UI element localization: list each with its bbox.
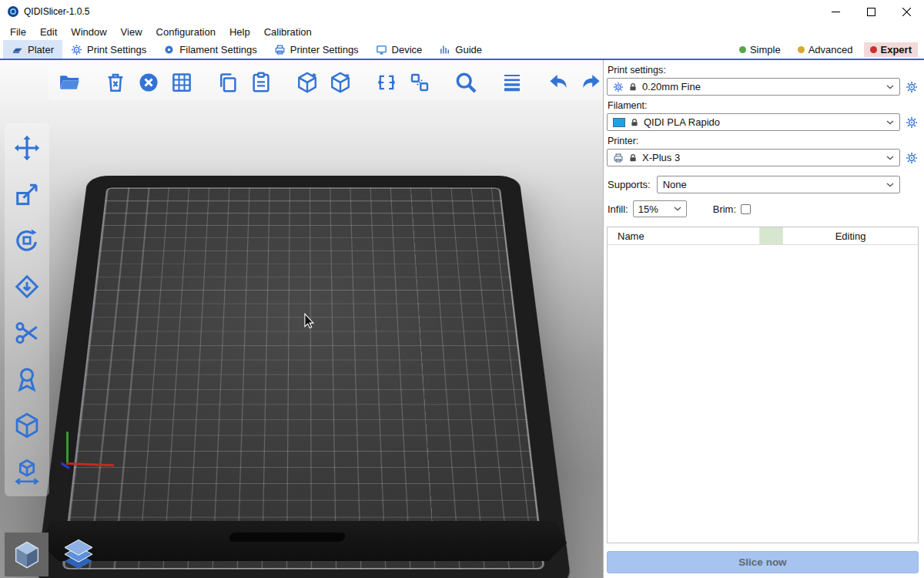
tab-guide-label: Guide <box>455 44 482 55</box>
tab-filament-settings-label: Filament Settings <box>179 44 256 55</box>
measure-tool-button[interactable] <box>10 455 44 489</box>
chevron-down-icon <box>886 120 894 125</box>
filament-color-swatch <box>613 118 625 127</box>
tab-printer-settings-label: Printer Settings <box>290 44 359 55</box>
column-editing[interactable]: Editing <box>783 227 918 244</box>
print-settings-combo[interactable]: 0.20mm Fine <box>607 78 900 96</box>
minimize-button[interactable] <box>818 0 853 23</box>
variable-layer-height-button[interactable] <box>498 69 526 96</box>
3d-viewport[interactable] <box>0 60 603 578</box>
menu-edit[interactable]: Edit <box>33 25 64 39</box>
paste-button[interactable] <box>247 69 275 96</box>
delete-button[interactable] <box>102 69 129 96</box>
mode-switcher: Simple Advanced Expert <box>733 40 924 59</box>
column-extruder[interactable] <box>760 227 783 244</box>
y-axis-line <box>66 432 69 462</box>
brim-label: Brim: <box>713 203 736 215</box>
chevron-down-icon <box>674 207 681 211</box>
redo-button[interactable] <box>578 69 603 96</box>
lock-icon <box>628 82 638 92</box>
remove-instance-button[interactable] <box>326 69 354 96</box>
open-file-button[interactable] <box>55 69 83 96</box>
menu-calibration[interactable]: Calibration <box>257 25 319 39</box>
filament-combo[interactable]: QIDI PLA Rapido <box>607 113 900 131</box>
close-button[interactable] <box>889 0 924 23</box>
tab-printer-settings[interactable]: Printer Settings <box>266 40 367 59</box>
tab-print-settings[interactable]: Print Settings <box>62 40 155 59</box>
menu-view[interactable]: View <box>114 25 149 39</box>
menu-help[interactable]: Help <box>223 25 257 39</box>
tabbar: Plater Print Settings Filament Settings … <box>0 40 924 59</box>
menubar: File Edit Window View Configuration Help… <box>0 23 924 40</box>
slice-now-button[interactable]: Slice now <box>607 551 919 573</box>
arrange-button[interactable] <box>168 69 196 96</box>
tab-plater[interactable]: Plater <box>3 40 62 59</box>
mode-simple[interactable]: Simple <box>733 42 787 57</box>
filament-label: Filament: <box>608 100 919 111</box>
base-handle-slot <box>229 533 346 542</box>
left-toolbar <box>5 123 49 496</box>
preview-view-toggle[interactable] <box>56 533 100 576</box>
print-settings-value: 0.20mm Fine <box>642 81 701 92</box>
tab-device[interactable]: Device <box>367 40 431 59</box>
printer-combo[interactable]: X-Plus 3 <box>607 149 900 166</box>
object-list-body[interactable] <box>608 245 918 543</box>
split-to-objects-button[interactable] <box>373 69 400 96</box>
add-instance-button[interactable] <box>293 69 321 96</box>
column-name[interactable]: Name <box>608 227 760 244</box>
tab-plater-label: Plater <box>28 44 54 55</box>
filament-spool-icon <box>163 44 175 55</box>
split-to-parts-button[interactable] <box>406 69 434 96</box>
print-bed-scene <box>28 176 579 578</box>
supports-label: Supports: <box>608 179 651 190</box>
settings-sidebar: Print settings: 0.20mm Fine Filament: QI… <box>603 60 924 578</box>
printer-icon <box>613 153 624 163</box>
move-tool-button[interactable] <box>10 131 44 165</box>
tab-print-settings-label: Print Settings <box>87 44 146 55</box>
mode-expert[interactable]: Expert <box>864 42 918 57</box>
mode-advanced[interactable]: Advanced <box>792 42 859 57</box>
filament-gear-button[interactable] <box>905 116 919 129</box>
chevron-down-icon <box>886 183 894 187</box>
menu-configuration[interactable]: Configuration <box>149 25 223 39</box>
maximize-button[interactable] <box>853 0 889 23</box>
menu-window[interactable]: Window <box>64 25 113 39</box>
supports-value: None <box>663 179 687 190</box>
infill-combo[interactable]: 15% <box>633 200 687 217</box>
undo-button[interactable] <box>544 69 572 96</box>
expert-mode-dot-icon <box>870 46 877 53</box>
copy-button[interactable] <box>214 69 242 96</box>
cut-tool-button[interactable] <box>10 316 44 350</box>
search-button[interactable] <box>452 69 480 96</box>
chevron-down-icon <box>886 156 894 160</box>
print-bed-plate <box>35 176 571 578</box>
app-logo-icon <box>7 5 19 18</box>
print-bed-grid <box>62 187 544 569</box>
rotate-tool-button[interactable] <box>10 223 44 257</box>
device-monitor-icon <box>376 44 387 55</box>
tab-guide[interactable]: Guide <box>430 40 490 59</box>
simple-mode-dot-icon <box>739 46 746 53</box>
view-toggles <box>5 533 100 576</box>
seam-paint-tool-button[interactable] <box>10 362 44 396</box>
brim-checkbox[interactable] <box>741 204 751 214</box>
editor-view-toggle[interactable] <box>5 533 49 576</box>
tab-filament-settings[interactable]: Filament Settings <box>155 40 265 59</box>
printer-base-skirt <box>40 521 567 561</box>
printer-gear-button[interactable] <box>905 151 919 165</box>
printer-value: X-Plus 3 <box>642 152 680 163</box>
place-on-face-tool-button[interactable] <box>10 270 44 304</box>
lock-icon <box>630 118 639 127</box>
delete-all-button[interactable] <box>135 69 162 96</box>
axes-indicator <box>66 430 120 464</box>
menu-file[interactable]: File <box>3 25 33 39</box>
print-settings-gear-button[interactable] <box>905 80 919 94</box>
scale-tool-button[interactable] <box>10 177 44 211</box>
printer-icon <box>274 44 286 55</box>
supports-combo[interactable]: None <box>657 176 900 193</box>
object-list: Name Editing <box>607 227 919 543</box>
infill-label: Infill: <box>608 203 628 215</box>
mouse-cursor <box>303 313 316 330</box>
emboss-tool-button[interactable] <box>10 408 44 442</box>
gear-icon <box>613 82 624 92</box>
